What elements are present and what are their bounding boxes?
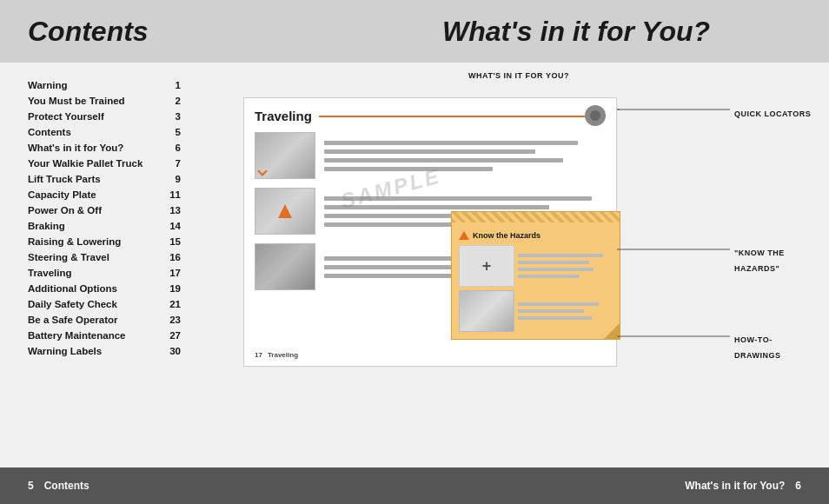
footer-right: What's in it for You? 6 — [414, 468, 829, 504]
toc-item-capacity: Capacity Plate 11 — [28, 189, 181, 200]
header: Contents What's in it for You? — [0, 0, 829, 63]
toc-item-trained: You Must be Trained 2 — [28, 96, 181, 106]
toc-item-safe: Be a Safe Operator 23 — [28, 315, 181, 325]
footer: 5 Contents What's in it for You? 6 — [0, 468, 829, 504]
section-label: WHAT'S IN IT FOR YOU? — [226, 71, 812, 80]
footer-left-label: Contents — [44, 480, 90, 492]
how-to-drawings-label: HOW-TO-DRAWINGS — [734, 330, 812, 361]
footer-right-page: 6 — [795, 480, 801, 492]
table-of-contents: Warning 1 You Must be Trained 2 Protect … — [0, 63, 209, 468]
warning-triangle-icon — [459, 231, 469, 240]
footer-left-page: 5 — [28, 480, 34, 492]
toc-item-power: Power On & Off 13 — [28, 205, 181, 216]
toc-item-daily: Daily Safety Check 21 — [28, 299, 181, 309]
row-image-1 — [255, 132, 315, 179]
row-image-3 — [255, 243, 315, 290]
toc-item-additional: Additional Options 19 — [28, 283, 181, 294]
right-panel: WHAT'S IN IT FOR YOU? Traveling SAMPLE — [209, 63, 829, 468]
toc-item-protect: Protect Yourself 3 — [28, 111, 181, 122]
toc-item-walkie: Your Walkie Pallet Truck 7 — [28, 158, 181, 169]
sample-page-title: Traveling — [255, 109, 312, 123]
toc-item-contents: Contents 5 — [28, 127, 181, 137]
know-hazards-box: Know the Hazards + — [451, 211, 620, 340]
toc-item-warning-labels: Warning Labels 30 — [28, 346, 181, 356]
toc-item-raising: Raising & Lowering 15 — [28, 236, 181, 247]
toc-item-braking: Braking 14 — [28, 221, 181, 231]
footer-right-label: What's in it for You? — [685, 480, 785, 492]
toc-item-lift: Lift Truck Parts 9 — [28, 174, 181, 184]
know-hazards-annotation: "KNOW THE HAZARDS" — [734, 243, 812, 275]
toc-item-whats-in: What's in it for You? 6 — [28, 143, 181, 153]
contents-title: Contents — [28, 16, 149, 48]
know-hazards-label: Know the Hazards — [473, 231, 541, 240]
hazard-image-2 — [459, 290, 514, 332]
main-content: Warning 1 You Must be Trained 2 Protect … — [0, 63, 829, 468]
row-image-2 — [255, 188, 315, 235]
toc-item-traveling: Traveling 17 — [28, 268, 181, 278]
header-right: What's in it for You? — [414, 0, 829, 63]
toc-item-warning: Warning 1 — [28, 80, 181, 90]
page-footer-title: Traveling — [268, 351, 298, 359]
page-footer-num: 17 — [255, 351, 262, 359]
header-left: Contents — [0, 0, 414, 63]
quick-locators-label: QUICK LOCATORS — [734, 104, 811, 120]
page-icon — [585, 105, 606, 126]
toc-item-steering: Steering & Travel 16 — [28, 252, 181, 262]
orange-divider — [319, 116, 606, 117]
toc-item-battery: Battery Maintenance 27 — [28, 330, 181, 341]
footer-left: 5 Contents — [0, 468, 414, 504]
whats-in-title: What's in it for You? — [442, 16, 710, 48]
sample-page: Traveling SAMPLE — [243, 97, 617, 367]
hazard-image-1: + — [459, 245, 514, 287]
